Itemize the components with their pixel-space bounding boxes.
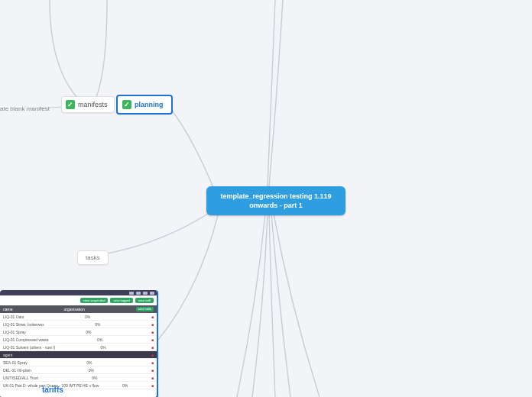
node-manifests[interactable]: ✓ manifests [61, 96, 115, 113]
table-row: LIQ-01 Straw, butterwax0%■ [0, 321, 157, 328]
table-row: DEL-01 Oil-plain0%■ [0, 366, 157, 374]
table-row: LIQ-01 Solvent (others - now I)0%■ [0, 344, 157, 351]
central-title: template_regression testing 1.119 onward… [220, 192, 331, 209]
col-name: name [3, 307, 13, 311]
thumb-topbar [0, 290, 157, 295]
table-row: LIQ-01 Compressed waste0%■ [0, 336, 157, 344]
check-icon: ✓ [122, 100, 131, 109]
col-org: organisation [64, 307, 85, 311]
table-row: LIQ-01 Oats0%■ [0, 313, 157, 321]
node-tariffs-label[interactable]: tariffs [42, 386, 63, 394]
chip: view tagged [110, 298, 132, 303]
table-row: agent■ [0, 351, 157, 359]
table-row: SEA-01 Spray0%■ [0, 359, 157, 366]
table-row: LIQ-01 Spray0%■ [0, 328, 157, 336]
node-label: ate blank manifest [0, 105, 50, 112]
table-row: UK-01 Part D: whole part Queen - 100 IMT… [0, 382, 157, 389]
check-icon: ✓ [66, 100, 75, 109]
node-tariffs-thumbnail[interactable]: view suspended view tagged new tariff na… [0, 290, 158, 397]
node-planning[interactable]: ✓ planning [116, 95, 173, 115]
node-tasks[interactable]: tasks [77, 250, 109, 265]
node-label: planning [135, 101, 164, 108]
subnode-blank-manifest[interactable]: ate blank manifest [0, 105, 50, 112]
node-label: tasks [86, 254, 100, 261]
thumb-chipbar: view suspended view tagged new tariff [0, 295, 157, 305]
chip: new tariff [135, 298, 154, 303]
thumb-header: name organisation new table [0, 305, 157, 313]
chip: new table [136, 307, 154, 311]
central-node[interactable]: template_regression testing 1.119 onward… [206, 186, 345, 215]
node-label: manifests [78, 101, 108, 108]
thumb-rows: LIQ-01 Oats0%■LIQ-01 Straw, butterwax0%■… [0, 313, 157, 389]
table-row: UNITISED/ALL Trust0%■ [0, 374, 157, 382]
chip: view suspended [80, 298, 109, 303]
